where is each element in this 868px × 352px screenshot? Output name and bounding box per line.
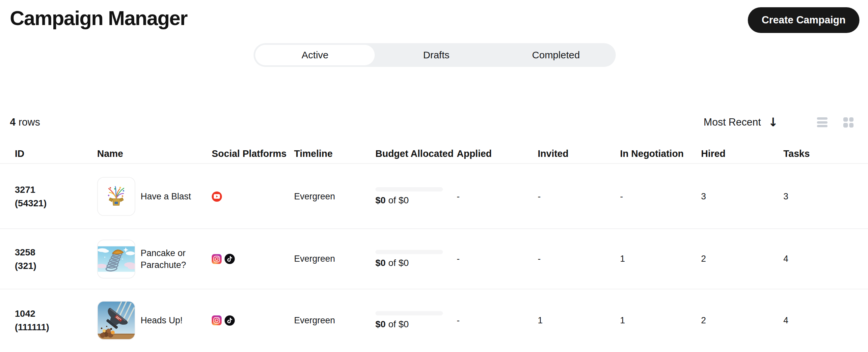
tiktok-icon — [224, 315, 235, 326]
sort-label: Most Recent — [704, 116, 761, 128]
sort-descending-arrow-icon: ↓ — [768, 116, 778, 128]
timeline-value: Evergreen — [294, 315, 375, 326]
sort-control[interactable]: Most Recent ↓ — [704, 116, 778, 128]
row-count-number: 4 — [10, 116, 16, 128]
campaign-name: Pancake or Parachute? — [141, 247, 196, 271]
list-bar — [817, 121, 828, 124]
toolbar-right: Most Recent ↓ — [704, 116, 854, 128]
applied-value: - — [457, 192, 538, 202]
budget-cell: $0of $0 — [375, 250, 457, 268]
campaign-id: 3258 (321) — [15, 245, 97, 272]
budget-cell: $0of $0 — [375, 311, 457, 330]
column-header-budget-allocated: Budget Allocated — [375, 148, 457, 159]
budget-spent: $0 — [375, 195, 385, 205]
tiktok-icon — [224, 254, 235, 264]
grid-square — [849, 123, 854, 127]
campaign-id-secondary: (54321) — [15, 197, 97, 210]
hired-value: 2 — [701, 254, 783, 264]
campaign-thumbnail-falling-anvil — [97, 301, 135, 340]
falling-anvil-art — [98, 301, 135, 340]
invited-value: - — [538, 254, 620, 264]
column-header-timeline: Timeline — [294, 148, 375, 159]
timeline-value: Evergreen — [294, 254, 375, 264]
list-view-icon[interactable] — [817, 117, 828, 127]
budget-progress-bar — [375, 187, 443, 192]
in-negotiation-value: 1 — [620, 315, 701, 326]
campaign-manager-page: Campaign Manager Create Campaign Active … — [0, 0, 868, 352]
applied-value: - — [457, 315, 538, 326]
column-header-id: ID — [15, 148, 97, 159]
table-toolbar: 4rows Most Recent ↓ — [10, 114, 854, 130]
budget-cell: $0of $0 — [375, 187, 457, 206]
invited-value: - — [538, 192, 620, 202]
tab-active[interactable]: Active — [255, 45, 375, 65]
social-platforms-cell — [212, 192, 294, 202]
tiktok-note-glyph — [227, 318, 232, 323]
column-header-invited: Invited — [538, 148, 620, 159]
campaign-name: Heads Up! — [141, 315, 183, 326]
row-count-label: rows — [19, 116, 40, 128]
grid-square — [843, 123, 848, 127]
in-negotiation-value: - — [620, 192, 701, 202]
tiktok-note-glyph — [227, 256, 232, 262]
campaign-row[interactable]: 3258 (321) — [0, 229, 868, 289]
campaign-thumbnail-confetti-box — [97, 177, 135, 216]
campaign-id-primary: 3271 — [15, 183, 97, 197]
tasks-value: 4 — [783, 315, 858, 326]
timeline-value: Evergreen — [294, 192, 375, 202]
in-negotiation-value: 1 — [620, 254, 701, 264]
column-header-name: Name — [97, 148, 212, 159]
row-count: 4rows — [10, 116, 40, 128]
table-body: 3271 (54321) — [0, 165, 868, 351]
campaign-name-cell: Have a Blast — [97, 177, 212, 216]
social-platforms-cell — [212, 315, 294, 326]
confetti-box-art — [106, 185, 126, 207]
applied-value: - — [457, 254, 538, 264]
column-header-in-negotiation: In Negotiation — [620, 148, 701, 159]
youtube-play-glyph — [214, 194, 220, 199]
instagram-camera-glyph — [213, 256, 220, 262]
campaign-id: 1042 (111111) — [15, 307, 97, 334]
create-campaign-button[interactable]: Create Campaign — [748, 7, 860, 33]
social-platforms-cell — [212, 254, 294, 264]
campaign-id-primary: 1042 — [15, 307, 97, 320]
campaign-id-secondary: (321) — [15, 259, 97, 272]
campaign-name-cell: Pancake or Parachute? — [97, 240, 212, 278]
hired-value: 2 — [701, 315, 783, 326]
list-bar — [817, 117, 828, 120]
budget-text: $0of $0 — [375, 319, 457, 330]
budget-progress-bar — [375, 311, 443, 315]
budget-of-label: of $0 — [388, 258, 409, 268]
instagram-icon — [212, 315, 222, 325]
campaign-name: Have a Blast — [141, 190, 191, 202]
tasks-value: 3 — [783, 192, 858, 202]
column-header-social-platforms: Social Platforms — [212, 148, 294, 159]
column-header-hired: Hired — [701, 148, 783, 159]
instagram-icon — [212, 254, 222, 264]
budget-progress-bar — [375, 250, 443, 254]
page-title: Campaign Manager — [10, 7, 187, 30]
status-tabbar: Active Drafts Completed — [253, 43, 616, 67]
grid-square — [843, 117, 848, 122]
column-header-tasks: Tasks — [783, 148, 858, 159]
campaign-row[interactable]: 1042 (111111) — [0, 289, 868, 351]
grid-view-icon[interactable] — [843, 117, 854, 127]
budget-text: $0of $0 — [375, 258, 457, 268]
campaign-id-primary: 3258 — [15, 245, 97, 259]
tab-drafts[interactable]: Drafts — [376, 43, 496, 67]
grid-square — [849, 117, 854, 122]
hired-value: 3 — [701, 192, 783, 202]
budget-of-label: of $0 — [388, 319, 409, 329]
column-header-applied: Applied — [457, 148, 538, 159]
instagram-camera-glyph — [213, 317, 220, 324]
campaign-id-secondary: (111111) — [15, 320, 97, 334]
campaign-thumbnail-spring-pancake — [97, 240, 135, 278]
campaign-row[interactable]: 3271 (54321) — [0, 165, 868, 229]
list-bar — [817, 125, 828, 127]
table-header: ID Name Social Platforms Timeline Budget… — [0, 148, 868, 164]
spring-pancake-art — [98, 246, 135, 272]
tasks-value: 4 — [783, 254, 858, 264]
budget-of-label: of $0 — [388, 195, 409, 205]
tab-completed[interactable]: Completed — [496, 43, 616, 67]
budget-text: $0of $0 — [375, 195, 457, 206]
